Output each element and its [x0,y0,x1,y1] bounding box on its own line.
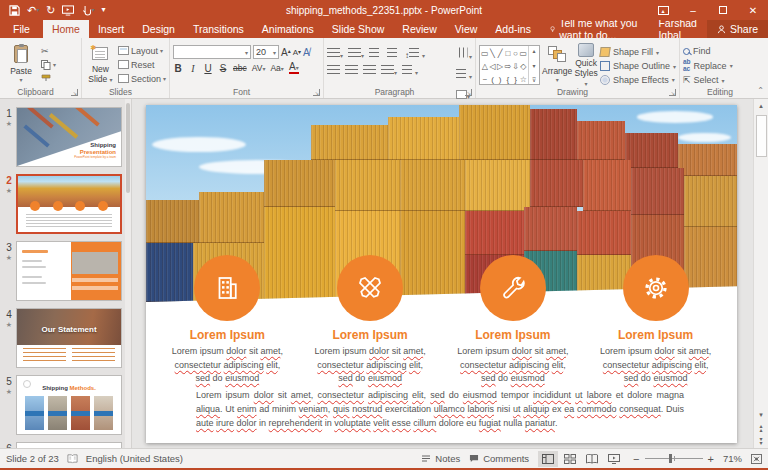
clipboard-dialog-launcher[interactable] [71,89,78,96]
reset-button[interactable]: Reset [118,59,166,70]
reading-view-button[interactable] [582,451,602,467]
close-button[interactable]: ✕ [738,0,768,20]
slide-2-thumbnail-selected[interactable] [16,174,122,234]
scrollbar-thumb[interactable] [756,115,767,157]
collapse-ribbon-icon[interactable]: ⌃ [757,86,764,95]
justify-button[interactable]: ▾ [381,61,397,79]
zoom-out-button[interactable]: − [633,453,639,465]
save-icon[interactable] [9,5,20,16]
next-slide-button[interactable]: ▾▾ [759,435,762,448]
strikethrough-button[interactable]: S [218,63,228,74]
slide-paragraph[interactable]: Lorem ipsum dolor sit amet, consectetur … [196,389,684,431]
undo-icon[interactable]: ↶▾ [27,5,39,16]
shape-glyph[interactable]: ☆ [520,75,527,84]
decrease-font-size-button[interactable]: A▾ [293,48,301,57]
italic-button[interactable]: I [188,63,198,74]
slide-sorter-view-button[interactable] [560,451,580,467]
touch-mouse-mode-icon[interactable]: ▾ [81,5,94,16]
text-shadow-button[interactable]: abc [233,63,247,73]
zoom-in-button[interactable]: + [708,453,714,465]
cut-button[interactable]: ✂ [41,45,56,56]
slide-show-button[interactable] [604,451,624,467]
shape-outline-button[interactable]: Shape Outline▾ [600,61,676,72]
customize-qat-icon[interactable]: ▾ [101,6,105,14]
scroll-up-icon[interactable]: ▴ [759,99,763,113]
tab-review[interactable]: Review [393,20,445,38]
tab-file[interactable]: File [0,20,43,38]
zoom-slider[interactable] [645,458,703,459]
underline-button[interactable]: U [203,63,213,74]
comments-button[interactable]: Comments [469,453,529,464]
zoom-slider-thumb[interactable] [669,454,672,463]
section-button[interactable]: Section▾ [118,73,166,84]
lorem-card-2[interactable]: Lorem Ipsum Lorem ipsum dolor sit amet, … [299,255,442,386]
align-center-button[interactable] [345,61,358,79]
shape-glyph[interactable]: ~ [483,75,488,84]
shapes-gallery[interactable]: ▭╲╱□○▭△◁▷⇨⇩◇~(){}☆ ▴▾⊽ [479,45,540,85]
shape-glyph[interactable]: △ [482,62,488,71]
shape-glyph[interactable]: ▭ [519,49,527,58]
minimize-button[interactable]: – [678,0,708,20]
copy-button[interactable]: ▾ [41,59,56,70]
shape-glyph[interactable]: ╱ [498,49,503,58]
shape-glyph[interactable]: ◁ [489,62,495,71]
layout-button[interactable]: Layout▾ [118,45,166,56]
vertical-scrollbar[interactable]: ▴ ▾ ▴▴ ▾▾ [753,99,768,448]
bullets-button[interactable]: ▾ [327,44,343,62]
slide-5-thumbnail[interactable]: Shipping Methods. [16,375,122,435]
shape-glyph[interactable]: { [507,75,510,84]
tab-insert[interactable]: Insert [89,20,133,38]
shape-effects-button[interactable]: Shape Effects▾ [600,74,676,85]
shape-glyph[interactable]: ○ [513,49,518,58]
start-from-beginning-icon[interactable] [62,5,74,16]
character-spacing-button[interactable]: AV▾ [252,63,266,73]
font-dialog-launcher[interactable] [313,89,320,96]
font-size-combobox[interactable]: 20▾ [253,45,279,59]
shape-glyph[interactable]: ▭ [481,49,489,58]
select-button[interactable]: ⇱Select▾ [683,75,733,85]
columns-button[interactable]: ▾ [402,61,418,79]
tab-home[interactable]: Home [43,20,89,38]
slide-counter[interactable]: Slide 2 of 23 [6,453,59,464]
tab-view[interactable]: View [446,20,487,38]
quick-styles-button[interactable]: Quick Styles ▾ [574,41,598,85]
shape-glyph[interactable]: ▷ [497,62,503,71]
paragraph-dialog-launcher[interactable] [465,89,472,96]
find-button[interactable]: Find [683,46,733,56]
change-case-button[interactable]: Aa▾ [270,63,283,73]
shape-glyph[interactable]: ( [491,75,494,84]
shape-glyph[interactable]: ) [499,75,502,84]
paste-button[interactable]: Paste▾ [3,41,39,85]
shape-glyph[interactable]: ⇩ [512,62,519,71]
text-direction-button[interactable]: ▾ [456,45,472,63]
lorem-card-1[interactable]: Lorem Ipsum Lorem ipsum dolor sit amet, … [156,255,299,386]
lorem-card-4[interactable]: Lorem Ipsum Lorem ipsum dolor sit amet, … [584,255,727,386]
shape-glyph[interactable]: ╲ [490,49,495,58]
slide-3-thumbnail[interactable] [16,241,122,301]
drawing-dialog-launcher[interactable] [669,89,676,96]
align-right-button[interactable] [363,61,376,79]
font-color-button[interactable]: A▾ [289,62,299,74]
tab-transitions[interactable]: Transitions [184,20,253,38]
clear-formatting-button[interactable]: A̸ [303,47,310,58]
replace-button[interactable]: abacReplace▾ [683,59,733,72]
shape-glyph[interactable]: ◇ [520,62,526,71]
new-slide-button[interactable]: New Slide ▾ [85,41,116,85]
lorem-card-3[interactable]: Lorem Ipsum Lorem ipsum dolor sit amet, … [442,255,585,386]
maximize-button[interactable] [708,0,738,20]
zoom-percentage[interactable]: 71% [723,453,742,464]
current-slide[interactable]: Lorem Ipsum Lorem ipsum dolor sit amet, … [146,105,737,443]
fit-slide-to-window-button[interactable] [751,454,762,464]
format-painter-button[interactable] [41,73,56,84]
share-button[interactable]: Share [707,20,768,38]
align-text-button[interactable]: ▾ [456,65,472,83]
tab-design[interactable]: Design [133,20,184,38]
normal-view-button[interactable] [538,451,558,467]
bold-button[interactable]: B [173,63,183,74]
slide-6-thumbnail[interactable]: MOVING THROUGH THE AIR [16,442,122,448]
tab-animations[interactable]: Animations [253,20,323,38]
shape-glyph[interactable]: } [514,75,517,84]
ribbon-display-options-icon[interactable]: ▴ [648,0,678,20]
previous-slide-button[interactable]: ▴▴ [759,422,762,435]
scroll-down-icon[interactable]: ▾ [759,408,763,422]
